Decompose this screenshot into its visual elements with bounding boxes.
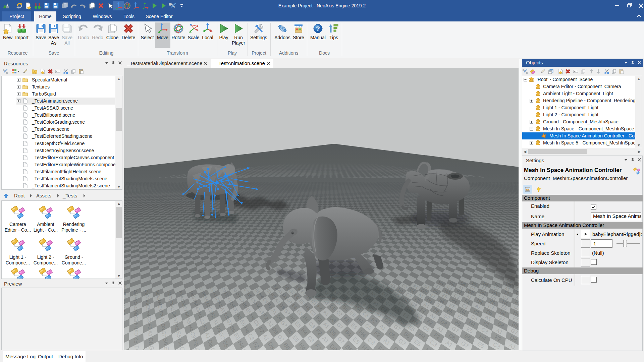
svg-text:?: ? bbox=[316, 25, 320, 32]
